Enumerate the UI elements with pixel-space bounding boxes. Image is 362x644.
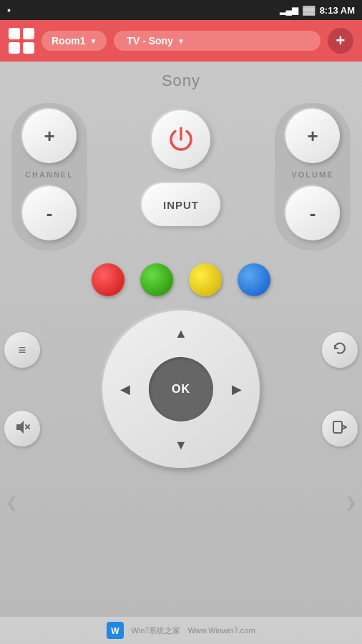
chevron-right-icon: ❯ — [345, 494, 357, 511]
yellow-button[interactable] — [189, 263, 222, 296]
volume-up-button[interactable]: + — [285, 109, 340, 163]
channel-up-button[interactable]: + — [22, 109, 77, 163]
status-bar-left: ▪ — [7, 4, 275, 16]
chevron-row: ❮ ❯ — [0, 492, 362, 512]
room-dropdown[interactable]: Room1 ▼ — [41, 31, 107, 51]
mute-icon — [14, 419, 30, 439]
ok-button[interactable]: OK — [149, 357, 213, 421]
chevron-left-icon: ❮ — [6, 494, 18, 511]
left-arrow-icon: ◀ — [120, 381, 130, 397]
device-title: Sony — [162, 72, 200, 90]
watermark-url: Www.Winwin7.com — [187, 626, 255, 635]
reload-icon — [332, 341, 348, 360]
right-arrow-icon: ▶ — [232, 381, 242, 397]
svg-marker-0 — [16, 421, 24, 434]
device-dropdown[interactable]: TV - Sony ▼ — [114, 31, 321, 51]
mute-button[interactable] — [4, 411, 40, 447]
volume-column: + VOLUME - — [275, 103, 351, 250]
grid-cell-3 — [9, 42, 20, 54]
svg-rect-3 — [333, 421, 342, 433]
power-button[interactable] — [152, 110, 210, 169]
status-bar: ▪ ▂▄▆ ▓▓ 8:13 AM — [0, 0, 362, 20]
svg-text:W: W — [112, 626, 120, 636]
room-label: Room1 — [52, 35, 85, 47]
menu-button[interactable]: ≡ — [4, 332, 40, 368]
right-buttons — [322, 332, 358, 447]
color-buttons-row — [0, 263, 362, 296]
channel-plus-icon: + — [44, 125, 54, 147]
watermark-logo: W — [107, 622, 124, 639]
grid-cell-2 — [23, 28, 34, 39]
window-icon: ▪ — [7, 4, 11, 16]
nav-outer-ring: ▲ ▼ ◀ ▶ OK — [102, 311, 260, 468]
nav-right-button[interactable]: ▶ — [224, 376, 250, 402]
volume-plus-icon: + — [307, 125, 318, 147]
controls-top-row: + CHANNEL - INPUT + VOLUME — [0, 103, 362, 250]
signal-icon: ▂▄▆ — [280, 5, 299, 15]
channel-minus-icon: - — [47, 203, 53, 225]
status-time: 8:13 AM — [320, 5, 355, 16]
down-arrow-icon: ▼ — [175, 438, 187, 453]
main-content: Sony + CHANNEL - INPUT — [0, 62, 362, 644]
chevron-right-button[interactable]: ❯ — [341, 492, 361, 512]
watermark: W Win7系统之家 Www.Winwin7.com — [0, 617, 362, 644]
nav-circle: ▲ ▼ ◀ ▶ OK — [102, 311, 260, 468]
room-chevron-icon: ▼ — [89, 37, 97, 45]
up-arrow-icon: ▲ — [175, 326, 187, 341]
red-button[interactable] — [92, 263, 124, 296]
nav-left-button[interactable]: ◀ — [112, 376, 138, 402]
device-chevron-icon: ▼ — [177, 37, 185, 45]
nav-section: ≡ ▲ ▼ — [0, 311, 362, 468]
grid-cell-1 — [9, 28, 20, 39]
exit-button[interactable] — [322, 411, 358, 447]
channel-down-button[interactable]: - — [22, 186, 77, 240]
add-button[interactable]: + — [328, 28, 353, 54]
blue-button[interactable] — [238, 263, 270, 296]
nav-up-button[interactable]: ▲ — [168, 321, 194, 346]
nav-down-button[interactable]: ▼ — [168, 432, 194, 458]
volume-label: VOLUME — [291, 170, 333, 179]
watermark-site: Win7系统之家 — [131, 625, 180, 636]
grid-cell-4 — [23, 42, 34, 54]
volume-minus-icon: - — [310, 203, 316, 225]
top-bar: Room1 ▼ TV - Sony ▼ + — [0, 20, 362, 62]
status-bar-right: ▂▄▆ ▓▓ 8:13 AM — [280, 5, 355, 16]
exit-icon — [332, 419, 348, 439]
volume-down-button[interactable]: - — [285, 186, 340, 240]
power-area: INPUT — [87, 103, 275, 250]
ok-label: OK — [172, 383, 190, 396]
power-icon — [167, 125, 195, 154]
device-label: TV - Sony — [127, 35, 173, 47]
input-button[interactable]: INPUT — [142, 183, 220, 226]
input-label: INPUT — [163, 199, 199, 211]
battery-icon: ▓▓ — [303, 5, 315, 15]
green-button[interactable] — [140, 263, 173, 296]
chevron-left-button[interactable]: ❮ — [1, 492, 21, 512]
channel-label: CHANNEL — [25, 170, 74, 179]
left-buttons: ≡ — [4, 332, 40, 447]
grid-icon[interactable] — [9, 28, 34, 54]
menu-icon: ≡ — [19, 343, 26, 358]
add-icon: + — [336, 31, 346, 50]
reload-button[interactable] — [322, 332, 358, 368]
channel-column: + CHANNEL - — [11, 103, 87, 250]
